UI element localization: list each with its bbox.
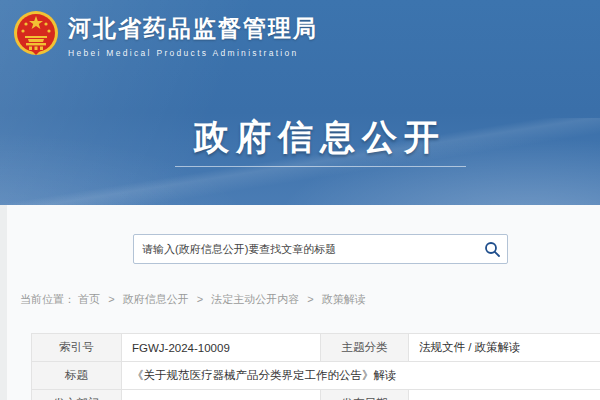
search-icon <box>484 241 501 258</box>
index-number-value: FGWJ-2024-10009 <box>122 334 321 362</box>
site-brand[interactable]: 河北省药品监督管理局 Hebei Medical Products Admini… <box>12 10 318 60</box>
table-row: 发文部门 发布日期 2024-05-13 <box>32 390 600 400</box>
national-emblem-icon <box>12 10 60 60</box>
subject-category-value: 法规文件 / 政策解读 <box>409 334 600 362</box>
search-button[interactable] <box>477 235 507 263</box>
search-box <box>133 234 508 264</box>
breadcrumb-separator: > <box>108 293 114 305</box>
page-title: 政府信息公开 <box>40 114 600 161</box>
table-row: 标题 《关于规范医疗器械产品分类界定工作的公告》解读 <box>32 362 600 390</box>
document-meta-table: 索引号 FGWJ-2024-10009 主题分类 法规文件 / 政策解读 标题 … <box>31 333 600 400</box>
site-subtitle: Hebei Medical Products Administration <box>68 48 318 58</box>
subject-category-label: 主题分类 <box>321 334 409 362</box>
banner-divider <box>175 166 466 167</box>
breadcrumb-current: 政策解读 <box>322 293 366 305</box>
search-input[interactable] <box>134 243 477 255</box>
publish-date-value: 2024-05-13 <box>409 390 600 400</box>
page: 河北省药品监督管理局 Hebei Medical Products Admini… <box>0 0 600 400</box>
breadcrumb: 当前位置： 首页 > 政府信息公开 > 法定主动公开内容 > 政策解读 <box>20 292 366 307</box>
site-title-block: 河北省药品监督管理局 Hebei Medical Products Admini… <box>68 13 318 58</box>
breadcrumb-link-home[interactable]: 首页 <box>78 293 100 305</box>
header-banner: 河北省药品监督管理局 Hebei Medical Products Admini… <box>0 0 600 205</box>
breadcrumb-link-statutory-disclosure[interactable]: 法定主动公开内容 <box>211 293 299 305</box>
issuing-dept-label: 发文部门 <box>32 390 122 400</box>
issuing-dept-value <box>122 390 321 400</box>
table-row: 索引号 FGWJ-2024-10009 主题分类 法规文件 / 政策解读 <box>32 334 600 362</box>
site-title: 河北省药品监督管理局 <box>68 13 318 44</box>
title-value: 《关于规范医疗器械产品分类界定工作的公告》解读 <box>122 362 600 390</box>
title-label: 标题 <box>32 362 122 390</box>
breadcrumb-separator: > <box>307 293 313 305</box>
breadcrumb-label: 当前位置： <box>20 293 75 305</box>
index-number-label: 索引号 <box>32 334 122 362</box>
publish-date-label: 发布日期 <box>321 390 409 400</box>
breadcrumb-link-gov-info[interactable]: 政府信息公开 <box>123 293 189 305</box>
breadcrumb-separator: > <box>197 293 203 305</box>
